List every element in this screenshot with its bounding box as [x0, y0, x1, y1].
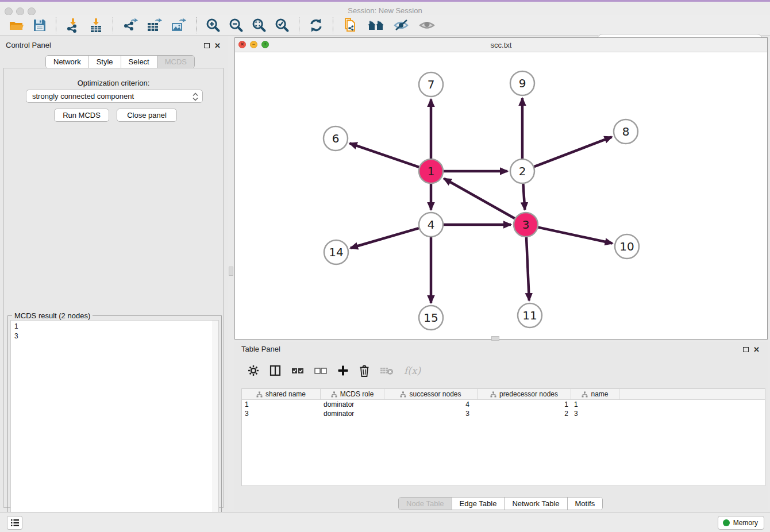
- run-mcds-button[interactable]: Run MCDS: [54, 109, 109, 122]
- first-neighbors-button[interactable]: [367, 18, 385, 32]
- node-label-10: 10: [619, 240, 634, 253]
- zoom-fit-icon: [252, 18, 267, 33]
- zoom-fit-button[interactable]: [252, 18, 267, 33]
- delete-table-icon: [380, 366, 394, 375]
- column-header-label: successor nodes: [409, 390, 461, 398]
- mcds-result-list[interactable]: 13: [10, 320, 219, 532]
- table-settings-button[interactable]: [248, 365, 259, 376]
- edge-3-10[interactable]: [538, 228, 613, 244]
- control-panel-title: Control Panel: [6, 41, 51, 49]
- table-cell[interactable]: 3: [571, 409, 619, 418]
- edge-3-11[interactable]: [526, 237, 529, 300]
- hide-eye-icon: [393, 18, 410, 32]
- tab-network[interactable]: Network: [46, 56, 89, 68]
- tab-edge-table[interactable]: Edge Table: [452, 498, 505, 510]
- left-splitter-handle[interactable]: [229, 267, 233, 276]
- delete-column-button[interactable]: [359, 365, 369, 377]
- edge-2-3[interactable]: [523, 184, 525, 210]
- tab-style[interactable]: Style: [89, 56, 121, 68]
- select-all-rows-button[interactable]: [291, 367, 304, 375]
- tab-select[interactable]: Select: [121, 56, 157, 68]
- table-cell[interactable]: 2: [478, 409, 571, 418]
- zoom-in-button[interactable]: [206, 18, 221, 33]
- bottom-splitter-handle[interactable]: [491, 336, 499, 341]
- export-table-button[interactable]: [147, 18, 163, 33]
- table-cell[interactable]: 3: [384, 409, 478, 418]
- mcds-result-items: 13: [14, 322, 218, 341]
- task-history-button[interactable]: [7, 516, 22, 530]
- node-label-11: 11: [522, 309, 537, 322]
- open-session-button[interactable]: [9, 18, 25, 32]
- column-header-MCDS-role[interactable]: MCDS role: [321, 389, 384, 399]
- table-panel-tabs: Node TableEdge TableNetwork TableMotifs: [398, 497, 603, 510]
- table-panel: Table Panel ✕: [234, 342, 768, 510]
- table-cell[interactable]: 3: [242, 409, 321, 418]
- create-column-button[interactable]: [337, 365, 349, 376]
- table-cell[interactable]: dominator: [321, 400, 384, 409]
- zoom-out-button[interactable]: [229, 18, 244, 33]
- namespace-tree-icon: [331, 391, 337, 398]
- table-cell[interactable]: 1: [478, 400, 571, 409]
- export-image-button[interactable]: [171, 18, 187, 33]
- column-header-name[interactable]: name: [571, 389, 619, 399]
- criterion-dropdown[interactable]: strongly connected component: [26, 90, 203, 103]
- toolbar-separator: [299, 17, 299, 33]
- table-cell[interactable]: 1: [571, 400, 619, 409]
- show-eye-icon: [418, 18, 436, 32]
- edge-2-8[interactable]: [534, 137, 612, 167]
- fx-icon: f(x): [404, 365, 421, 376]
- export-table-icon: [147, 18, 163, 33]
- network-canvas[interactable]: 7968124314101511: [235, 52, 767, 340]
- import-network-button[interactable]: [66, 18, 80, 33]
- network-window-titlebar[interactable]: ✕ − + scc.txt: [235, 38, 767, 52]
- refresh-view-button[interactable]: [309, 18, 324, 33]
- table-row[interactable]: 3dominator323: [242, 409, 765, 418]
- float-panel-icon[interactable]: [743, 347, 749, 352]
- tab-mcds[interactable]: MCDS: [157, 56, 194, 68]
- split-columns-icon: [270, 365, 281, 376]
- mcds-tab-content: Optimization criterion: strongly connect…: [3, 68, 224, 508]
- table-row[interactable]: 1dominator411: [242, 400, 765, 409]
- table-cell[interactable]: 1: [242, 400, 321, 409]
- toolbar-separator: [113, 17, 113, 33]
- table-cell[interactable]: dominator: [321, 409, 384, 418]
- show-column-panel-button[interactable]: [270, 365, 281, 376]
- edge-4-14[interactable]: [351, 228, 419, 248]
- close-panel-icon[interactable]: ✕: [214, 42, 221, 49]
- zoom-selected-button[interactable]: [275, 18, 290, 33]
- edge-3-1[interactable]: [444, 179, 515, 218]
- table-cell[interactable]: 4: [384, 400, 478, 409]
- export-network-button[interactable]: [122, 18, 138, 33]
- tab-motifs[interactable]: Motifs: [568, 498, 603, 510]
- float-panel-icon[interactable]: [204, 43, 210, 48]
- table-panel-buttons: ✕: [743, 346, 760, 353]
- import-table-button[interactable]: [88, 18, 103, 33]
- delete-table-button-disabled: [380, 366, 394, 375]
- result-scrollbar[interactable]: [213, 321, 218, 532]
- table-toolbar: f(x): [242, 359, 426, 382]
- duplicate-network-button[interactable]: [342, 17, 359, 33]
- column-header-predecessor-nodes[interactable]: predecessor nodes: [478, 389, 571, 399]
- tab-node-table[interactable]: Node Table: [399, 498, 452, 510]
- table-panel-title: Table Panel: [241, 345, 280, 353]
- column-header-shared-name[interactable]: shared name: [242, 389, 321, 399]
- duplicate-network-icon: [342, 17, 359, 33]
- zoom-selected-icon: [275, 18, 290, 33]
- show-all-button[interactable]: [418, 18, 436, 32]
- edge-1-6[interactable]: [350, 143, 419, 167]
- deselect-all-rows-button[interactable]: [314, 367, 327, 375]
- memory-button[interactable]: Memory: [718, 516, 764, 530]
- mcds-result-title: MCDS result (2 nodes): [12, 311, 93, 320]
- main-titlebar: Session: New Session: [0, 2, 770, 15]
- node-label-6: 6: [332, 132, 340, 145]
- node-label-14: 14: [329, 245, 343, 259]
- close-panel-icon[interactable]: ✕: [753, 346, 760, 353]
- tab-network-table[interactable]: Network Table: [505, 498, 567, 510]
- node-label-4: 4: [428, 218, 435, 232]
- toolbar-separator: [196, 17, 197, 33]
- hide-selected-button[interactable]: [393, 18, 410, 32]
- close-panel-button[interactable]: Close panel: [117, 109, 177, 122]
- column-header-successor-nodes[interactable]: successor nodes: [384, 389, 478, 399]
- control-panel: Control Panel ✕ NetworkStyleSelectMCDS O…: [0, 36, 228, 510]
- save-session-button[interactable]: [33, 18, 47, 32]
